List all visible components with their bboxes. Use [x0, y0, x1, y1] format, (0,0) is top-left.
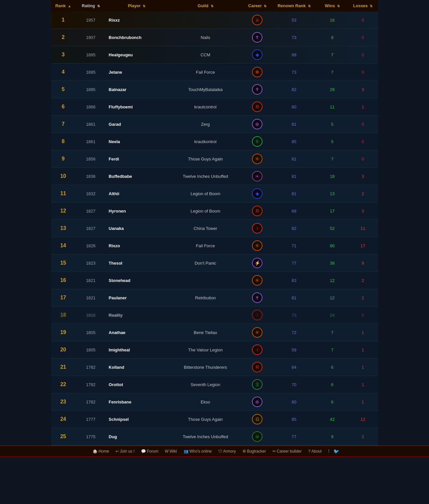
nav-armory[interactable]: 🛡Armory — [216, 448, 239, 455]
career-icon-cell[interactable]: ↑ — [244, 307, 271, 324]
nav-about[interactable]: ?About — [306, 448, 324, 455]
player-name[interactable]: Buffedbabe — [106, 168, 167, 185]
guild-name — [167, 307, 244, 324]
player-name[interactable]: Garad — [106, 116, 167, 133]
player-name[interactable]: Thesol — [106, 254, 167, 272]
player-name[interactable]: Ferdi — [106, 150, 167, 168]
career-icon-cell[interactable]: Ω — [244, 411, 271, 428]
career-icon: ◆ — [252, 188, 262, 199]
col-header-renown[interactable]: Renown Rank ⇅ — [271, 0, 317, 11]
player-name[interactable]: Imightheal — [106, 341, 167, 359]
table-row: 1 1957 Rixxz ⚔ 53 16 0 — [51, 11, 378, 29]
renown-value: 59 — [271, 341, 317, 359]
nav-wiki[interactable]: WWiki — [162, 448, 180, 455]
nav-home[interactable]: 🏠Home — [90, 448, 112, 455]
career-icon-cell[interactable]: ✳ — [244, 237, 271, 254]
player-name[interactable]: Anathae — [106, 324, 167, 341]
renown-value: 85 — [271, 133, 317, 150]
career-icon-cell[interactable]: ⊛ — [244, 116, 271, 133]
player-name[interactable]: Fenrisbane — [106, 393, 167, 411]
career-icon: ☠ — [252, 431, 262, 442]
rating-value: 1777 — [76, 411, 106, 428]
renown-value: 85 — [271, 411, 317, 428]
navigation-bar: 🏠Home ↩Join us ! 💬Forum WWiki 👥Who's onl… — [0, 445, 429, 457]
player-name[interactable]: Hyronen — [106, 202, 167, 220]
col-header-career[interactable]: Career ⇅ — [244, 0, 271, 11]
col-header-guild[interactable]: Guild ⇅ — [167, 0, 244, 11]
about-icon: ? — [308, 449, 311, 454]
guild-name: Twelve Inches Unbuffed — [167, 168, 244, 185]
rating-value: 1895 — [76, 46, 106, 64]
nav-join[interactable]: ↩Join us ! — [113, 448, 137, 455]
career-icon-cell[interactable]: ⚡ — [244, 254, 271, 272]
col-header-losses[interactable]: Losses ⇅ — [348, 0, 378, 11]
player-name[interactable]: Rixxz — [106, 11, 167, 29]
player-name[interactable]: Rixzo — [106, 237, 167, 254]
career-icon: ✝ — [252, 32, 262, 43]
losses-value: 3 — [348, 168, 378, 185]
career-icon-cell[interactable]: ✳ — [244, 150, 271, 168]
player-name[interactable]: Schnipsel — [106, 411, 167, 428]
career-icon-cell[interactable]: ✳ — [244, 324, 271, 341]
player-name[interactable]: Dug — [106, 428, 167, 445]
table-row: 16 1821 Stonehead ✳ 83 12 2 — [51, 272, 378, 289]
twitter-link[interactable]: 🐦 — [333, 449, 339, 454]
rank-value: 22 — [51, 376, 76, 393]
player-name[interactable]: Stonehead — [106, 272, 167, 289]
career-icon-cell[interactable]: ✝ — [244, 29, 271, 46]
nav-bugtracker[interactable]: ⚙Bugtracker — [240, 448, 269, 455]
table-row: 20 1805 Imightheal The Valour Legion ↑ 5… — [51, 341, 378, 359]
col-header-wins[interactable]: Wins ⇅ — [317, 0, 348, 11]
facebook-link[interactable]: f — [328, 449, 330, 454]
career-icon-cell[interactable]: ✳ — [244, 272, 271, 289]
nav-career-builder[interactable]: ✏Career builder — [270, 448, 304, 455]
col-header-player[interactable]: Player ⇅ — [106, 0, 167, 11]
career-icon-cell[interactable]: R — [244, 359, 271, 376]
table-row: 11 1832 Althii Legion of Boom ◆ 81 13 2 — [51, 185, 378, 202]
leaderboard-table: Rank ▲ Rating ⇅ Player ⇅ Guild ⇅ Career — [51, 0, 378, 445]
guild-name: Nails — [167, 29, 244, 46]
col-header-rating[interactable]: Rating ⇅ — [76, 0, 106, 11]
player-name[interactable]: Fluffyboemi — [106, 98, 167, 116]
player-name[interactable]: Healgeugeu — [106, 46, 167, 64]
career-icon-cell[interactable]: ⊛ — [244, 393, 271, 411]
table-body: 1 1957 Rixxz ⚔ 53 16 0 2 1907 Bonchbrubo… — [51, 11, 378, 445]
renown-value: 83 — [271, 272, 317, 289]
wins-value: 7 — [317, 46, 348, 64]
player-name[interactable]: Neela — [106, 133, 167, 150]
career-icon-cell[interactable]: R — [244, 202, 271, 220]
career-icon-cell[interactable]: ☠ — [244, 428, 271, 445]
career-icon-cell[interactable]: R — [244, 98, 271, 116]
career-icon-cell[interactable]: ⚔ — [244, 11, 271, 29]
player-name[interactable]: Jetane — [106, 64, 167, 81]
career-icon-cell[interactable]: ↑ — [244, 341, 271, 359]
career-icon-cell[interactable]: Ξ — [244, 376, 271, 393]
player-name[interactable]: Paulaner — [106, 289, 167, 307]
navbar-inner: 🏠Home ↩Join us ! 💬Forum WWiki 👥Who's onl… — [51, 448, 378, 455]
career-icon-cell[interactable]: ❋ — [244, 64, 271, 81]
rating-value: 1775 — [76, 428, 106, 445]
career-icon-cell[interactable]: ✝ — [244, 81, 271, 98]
player-name[interactable]: Bonchbrubonch — [106, 29, 167, 46]
career-icon-cell[interactable]: ✝ — [244, 289, 271, 307]
nav-whoisonline[interactable]: 👥Who's online — [181, 448, 214, 455]
career-icon-cell[interactable]: ↑ — [244, 220, 271, 237]
player-name[interactable]: Uanaka — [106, 220, 167, 237]
career-icon: ⊛ — [252, 119, 262, 129]
player-name[interactable]: Balnazar — [106, 81, 167, 98]
table-row: 18 1816 Reality ↑ 73 24 5 — [51, 307, 378, 324]
nav-forum[interactable]: 💬Forum — [138, 448, 161, 455]
career-icon-cell[interactable]: ⚕ — [244, 133, 271, 150]
career-icon-cell[interactable]: ❧ — [244, 168, 271, 185]
player-name[interactable]: Orottot — [106, 376, 167, 393]
career-icon-cell[interactable]: ◆ — [244, 185, 271, 202]
rank-value: 2 — [51, 29, 76, 46]
player-name[interactable]: Kolland — [106, 359, 167, 376]
player-name[interactable]: Reality — [106, 307, 167, 324]
player-name[interactable]: Althii — [106, 185, 167, 202]
rank-value: 4 — [51, 64, 76, 81]
col-header-rank[interactable]: Rank ▲ — [51, 0, 76, 11]
rating-value: 1782 — [76, 376, 106, 393]
rating-value: 1805 — [76, 324, 106, 341]
career-icon-cell[interactable]: ◆ — [244, 46, 271, 64]
